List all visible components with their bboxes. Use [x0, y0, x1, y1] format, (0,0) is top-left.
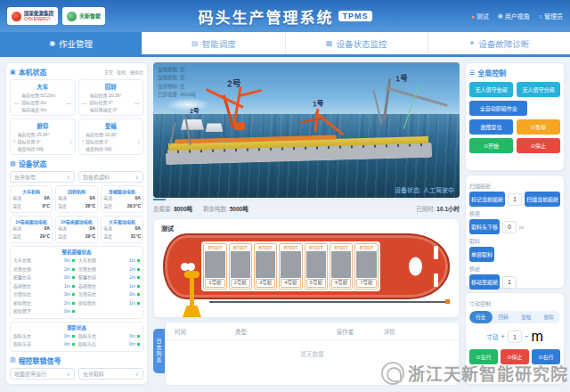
move-to-hold-button[interactable]: 移动至船舱: [469, 274, 500, 290]
status-ok-dot: [137, 293, 140, 296]
main-tab[interactable]: ✦ 设备故障诊断: [428, 32, 570, 54]
quay-crane-icon: [177, 271, 213, 317]
user-icon: ◉: [498, 12, 503, 20]
jog-unit: m: [532, 329, 543, 345]
cargo-hold[interactable]: 8700T 2号舱: [229, 243, 252, 290]
crane-rail: [209, 301, 448, 303]
cargo-hold[interactable]: 8700T 5号舱: [305, 243, 328, 290]
chevron-down-icon: ∨: [135, 371, 139, 377]
log-list-tab[interactable]: 日志列表: [153, 329, 165, 373]
start-button[interactable]: ⊙开始: [469, 138, 513, 153]
motion-decrease-arrow[interactable]: ←: [12, 98, 21, 107]
motor-card: 大车机构 电流0A 温度0°C: [10, 185, 53, 213]
motion-card: 回转 ← 当前位置:20.39° 目标位置:0° 当前角速度:0° →: [78, 79, 144, 116]
header-user-item[interactable]: ● 测试: [470, 12, 488, 20]
jog-distance-input[interactable]: [508, 331, 522, 343]
scan-hold-button[interactable]: 扫描当前船舱: [525, 192, 560, 207]
jog-increase-button[interactable]: +: [501, 333, 505, 340]
cargo-hold[interactable]: 8700T 3号舱: [254, 243, 277, 290]
ranging-title: 测距状态: [13, 324, 140, 331]
motor-card: 1#卷扬驱动电机 电流0A 温度29°C: [10, 216, 53, 243]
mark-hold-button[interactable]: 标记当前船舱: [469, 192, 505, 207]
stop-button[interactable]: ⊙停止: [517, 138, 560, 153]
chevron-down-icon: ∨: [67, 174, 70, 180]
tab-label: 智能调度: [202, 37, 236, 50]
interlock-header: ▥ 程控联锁信号: [10, 355, 61, 365]
jog-axis-pill[interactable]: 变幅: [515, 311, 538, 323]
motion-increase-arrow[interactable]: ↓: [136, 137, 142, 146]
status-ok-dot: [72, 285, 75, 288]
jog-decrease-button[interactable]: −: [525, 333, 529, 340]
user-item-label: 管理员: [544, 12, 563, 20]
status-ok-dot: [72, 302, 75, 305]
jog-axis-pill[interactable]: 回转: [493, 311, 516, 323]
layer-depth-input[interactable]: [502, 221, 517, 233]
scan-section-label: 扫描船舱: [469, 182, 560, 190]
crane-signal-select[interactable]: 台吊信号 ∨: [10, 171, 75, 183]
motion-decrease-arrow[interactable]: ←: [80, 98, 90, 107]
motor-current: 0A: [45, 225, 50, 233]
status-ok-dot: [72, 293, 75, 296]
ranging-panel: 测距状态 取料头左0m 取料头前0m: [10, 322, 143, 352]
cargo-hold[interactable]: 8700T 4号舱: [279, 243, 302, 290]
status-ok-dot: [72, 310, 75, 313]
main-tab[interactable]: ◉ 作业管理: [0, 32, 142, 54]
motor-current: 0A: [45, 194, 50, 202]
main-tab[interactable]: ▦ 设备状态监控: [286, 32, 428, 54]
target-hold-input[interactable]: [502, 276, 517, 289]
3d-scene-viewport[interactable]: 2号 2号 1号 1号 当前船舶: 无当前船舱: 无当前物料: 无已卸载量: 4…: [153, 62, 460, 198]
fault-reset-button[interactable]: 故障复位: [469, 119, 513, 135]
hold-tonnage: 8700T: [204, 244, 225, 251]
unmanned-open-button[interactable]: 无人值守分闸: [517, 82, 560, 97]
motor-current: 0A: [90, 225, 95, 233]
single-layer-reclaim-button[interactable]: 单层取料: [469, 247, 494, 262]
auto-unload-button[interactable]: 全自动卸船作业: [469, 101, 527, 116]
unmanned-close-button[interactable]: 无人值守合闸: [469, 82, 513, 97]
motor-name: 2#卷扬驱动电机: [58, 218, 95, 225]
cargo-hold[interactable]: 8700T 7号舱: [354, 243, 378, 290]
jog-axis-pill[interactable]: 行走: [469, 311, 493, 323]
layer-section-label: 换层: [469, 209, 560, 217]
motion-values: 当前位置:20.39° 目标位置:0° 当前角速度:0°: [90, 92, 133, 113]
scan-hold-input[interactable]: [508, 193, 522, 206]
header-user-item[interactable]: ○ 管理员: [539, 12, 563, 20]
collision-row: 吊臂右侧1m: [78, 265, 140, 274]
crane-number-marker: 2号: [190, 105, 200, 115]
header-user-item[interactable]: ◉ 用户视角: [498, 12, 530, 20]
main-tab[interactable]: ▤ 智能调度: [142, 32, 285, 54]
allow-reclaim-select[interactable]: 允许取料 ∨: [78, 368, 143, 380]
scene-overlay-info: 当前船舶: 无当前船舱: 无当前物料: 无已卸载量: 4000吨: [158, 66, 196, 99]
jog-axis-pill[interactable]: 俯仰: [538, 311, 561, 323]
log-table-header: 时间类型操作者详情: [166, 323, 459, 340]
motor-temp: 28°C: [86, 202, 95, 210]
machine-status-header: ▣ 本机状态: [10, 67, 47, 77]
motion-name: 俯仰: [12, 121, 74, 130]
head-down-button[interactable]: 取料头下移: [469, 219, 500, 234]
motor-temp: 0°C: [43, 202, 50, 210]
motion-increase-arrow[interactable]: →: [132, 98, 142, 107]
motor-name: 回转机构: [58, 188, 95, 194]
orange-crane-cab: [234, 122, 245, 130]
motor-temp: 29.5°C: [127, 202, 141, 210]
global-control-icon: ☰: [469, 69, 475, 77]
tab-label: 作业管理: [59, 37, 93, 50]
jog-left-button[interactable]: ⊙左行: [469, 349, 498, 364]
hold-tonnage: 8700T: [230, 244, 251, 251]
motion-increase-arrow[interactable]: →: [64, 98, 74, 107]
jog-stop-button[interactable]: ⊙停止: [501, 349, 529, 364]
jog-right-button[interactable]: ⊙右行: [532, 349, 560, 364]
main-tab-bar: ◉ 作业管理 ▤ 智能调度 ▦ 设备状态监控 ✦ 设备故障诊断: [0, 32, 570, 57]
collision-row: 配重左前0m: [13, 274, 75, 282]
cargo-hold[interactable]: 8700T 6号舱: [330, 243, 353, 290]
status-ok-dot: [72, 268, 75, 271]
motor-temp: 29°C: [86, 233, 95, 241]
ranging-row: 取料头右0m: [78, 332, 140, 341]
belt-run-select[interactable]: 地面皮带运行 ∨: [10, 368, 75, 380]
wave-splash: [166, 98, 212, 111]
scraper-signal-select[interactable]: 刮板机返料 ∨: [78, 171, 143, 183]
tab-icon: ✦: [469, 39, 476, 47]
user-item-label: 测试: [476, 12, 489, 20]
motion-increase-arrow[interactable]: ↓: [68, 137, 74, 146]
pause-button[interactable]: ⊙暂停: [517, 119, 560, 135]
reclaim-section-label: 取料: [469, 237, 560, 245]
